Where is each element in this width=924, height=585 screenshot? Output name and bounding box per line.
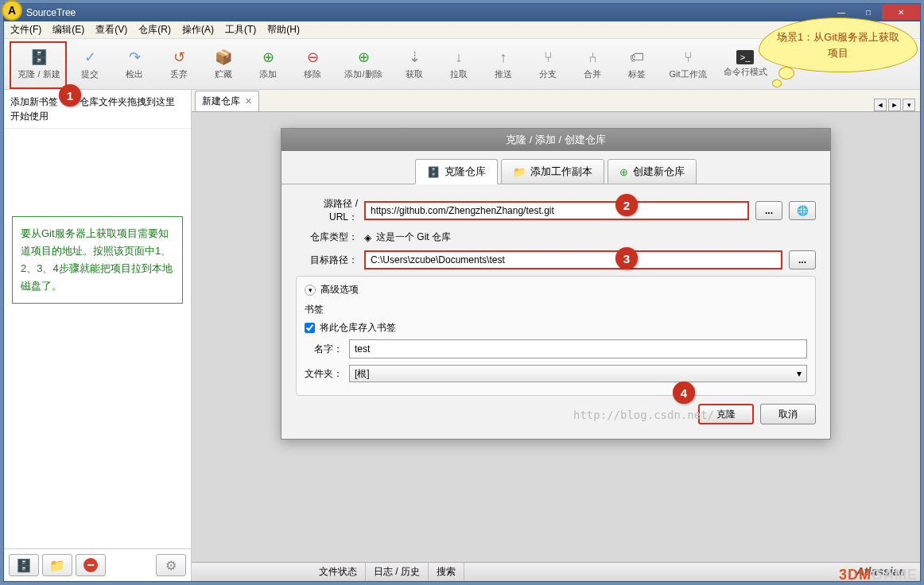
status-log[interactable]: 日志 / 历史	[366, 563, 429, 581]
content-area: 新建仓库 ✕ ◄ ► ▾ http://blog.csdn.net/ 克隆 / …	[192, 90, 920, 581]
dialog-title: 克隆 / 添加 / 创建仓库	[281, 129, 830, 151]
status-search[interactable]: 搜索	[429, 563, 464, 581]
bookmark-checkbox[interactable]	[305, 323, 315, 333]
annotation-badge-4: 4	[673, 382, 695, 404]
menu-tools[interactable]: 工具(T)	[225, 23, 256, 37]
tool-discard[interactable]: ↺丢弃	[157, 42, 201, 87]
sidebar-add-folder-button[interactable]: 📁	[42, 554, 72, 576]
watermark-3dmgame: 3DMGAME	[839, 567, 918, 583]
sidebar: 添加新书签 仓库文件夹拖拽到这里 开始使用 要从Git服务器上获取项目需要知道项…	[4, 90, 192, 581]
sidebar-bottom-toolbar: 🗄️ 📁 − ⚙	[4, 548, 191, 581]
menu-action[interactable]: 操作(A)	[182, 23, 214, 37]
tab-new-repo[interactable]: 新建仓库 ✕	[195, 91, 259, 111]
tab-strip: 新建仓库 ✕ ◄ ► ▾	[192, 90, 920, 112]
folder-label: 文件夹：	[305, 367, 343, 381]
globe-icon: 🌐	[797, 205, 809, 216]
tool-remove[interactable]: ⊖移除	[290, 42, 335, 87]
sidebar-delete-button[interactable]: −	[76, 554, 106, 576]
plus-folder-icon: 📁	[49, 558, 65, 573]
chevron-down-icon: ▾	[305, 285, 316, 296]
tool-merge[interactable]: ⑃合并	[570, 42, 615, 87]
annotation-badge-a: A	[2, 0, 22, 21]
minus-icon: −	[83, 558, 98, 572]
clone-button[interactable]: 克隆	[698, 404, 754, 424]
bookmark-section-label: 书签	[305, 303, 807, 316]
menu-file[interactable]: 文件(F)	[10, 23, 41, 37]
repotype-label: 仓库类型：	[296, 231, 358, 244]
name-label: 名字：	[305, 343, 343, 356]
chevron-down-icon: ▾	[797, 368, 802, 379]
sidebar-hint: 添加新书签 仓库文件夹拖拽到这里 开始使用	[4, 90, 191, 129]
tab-list-button[interactable]: ▾	[903, 99, 915, 111]
tool-branch[interactable]: ⑂分支	[526, 42, 570, 87]
clone-dialog: 克隆 / 添加 / 创建仓库 🗄️克隆仓库 📁添加工作副本 ⊕创建新仓库 源路径…	[281, 128, 831, 440]
tool-gitflow[interactable]: ⑂Git工作流	[659, 42, 716, 87]
tool-tag[interactable]: 🏷标签	[615, 42, 659, 87]
source-url-input[interactable]	[364, 201, 749, 220]
tool-add[interactable]: ⊕添加	[246, 42, 290, 87]
tool-push[interactable]: ↑推送	[481, 42, 526, 87]
menu-help[interactable]: 帮助(H)	[267, 23, 300, 37]
advanced-panel: ▾高级选项 书签 将此仓库存入书签 名字： 文件夹：	[296, 276, 816, 396]
source-url-label: 源路径 / URL：	[296, 197, 358, 224]
plus-db-icon: 🗄️	[16, 558, 32, 573]
canvas: http://blog.csdn.net/ 克隆 / 添加 / 创建仓库 🗄️克…	[192, 112, 920, 581]
tool-commit[interactable]: ✓提交	[68, 42, 112, 87]
tab-label: 新建仓库	[202, 95, 240, 108]
menu-repo[interactable]: 仓库(R)	[138, 23, 171, 37]
folder-select[interactable]: [根]▾	[349, 365, 807, 382]
browse-dest-button[interactable]: ...	[789, 250, 816, 269]
sidebar-add-repo-button[interactable]: 🗄️	[9, 554, 39, 576]
sidebar-help-box: 要从Git服务器上获取项目需要知道项目的地址。按照该页面中1、2、3、4步骤就能…	[12, 216, 183, 304]
annotation-badge-1: 1	[59, 84, 81, 107]
bookmark-check-label: 将此仓库存入书签	[320, 321, 396, 335]
status-file[interactable]: 文件状态	[311, 563, 366, 581]
window-title: SourceTree	[26, 7, 76, 18]
annotation-badge-3: 3	[615, 247, 638, 269]
tab-prev-button[interactable]: ◄	[874, 99, 887, 111]
statusbar: 文件状态 日志 / 历史 搜索 Atlassian	[192, 562, 920, 581]
dialog-tab-clone[interactable]: 🗄️克隆仓库	[415, 159, 498, 184]
cancel-button[interactable]: 取消	[760, 404, 816, 424]
dialog-tab-create[interactable]: ⊕创建新仓库	[608, 159, 697, 184]
tool-clone-new[interactable]: 🗄️克隆 / 新建	[10, 42, 68, 87]
sidebar-settings-button[interactable]: ⚙	[156, 554, 186, 576]
dest-path-label: 目标路径：	[296, 254, 358, 267]
git-icon: ◈	[364, 232, 371, 243]
annotation-badge-2: 2	[615, 194, 638, 216]
tool-fetch[interactable]: ⇣获取	[392, 42, 437, 87]
menu-edit[interactable]: 编辑(E)	[52, 23, 84, 37]
db-icon: 🗄️	[427, 166, 440, 178]
tool-checkout[interactable]: ↷检出	[112, 42, 157, 87]
folder-icon: 📁	[513, 166, 526, 178]
dialog-tab-add-working[interactable]: 📁添加工作副本	[501, 159, 604, 184]
advanced-toggle[interactable]: ▾高级选项	[305, 283, 807, 296]
tool-pull[interactable]: ↓拉取	[437, 42, 481, 87]
name-input[interactable]	[349, 339, 807, 358]
dialog-tabs: 🗄️克隆仓库 📁添加工作副本 ⊕创建新仓库	[281, 151, 830, 184]
tab-next-button[interactable]: ►	[888, 99, 901, 111]
gear-icon: ⚙	[165, 558, 177, 573]
globe-button[interactable]: 🌐	[789, 201, 816, 220]
menu-view[interactable]: 查看(V)	[95, 23, 127, 37]
repotype-value: ◈这是一个 Git 仓库	[364, 231, 451, 244]
browse-source-button[interactable]: ...	[755, 201, 782, 220]
tool-add-remove[interactable]: ⊕添加/删除	[335, 42, 392, 87]
tool-stash[interactable]: 📦贮藏	[201, 42, 246, 87]
annotation-callout: 场景1：从Git服务器上获取项目	[759, 17, 918, 78]
tab-close-icon[interactable]: ✕	[245, 96, 252, 107]
plus-icon: ⊕	[619, 166, 628, 178]
main-window: SourceTree — □ ✕ 文件(F) 编辑(E) 查看(V) 仓库(R)…	[3, 3, 921, 582]
dest-path-input[interactable]	[364, 250, 782, 269]
